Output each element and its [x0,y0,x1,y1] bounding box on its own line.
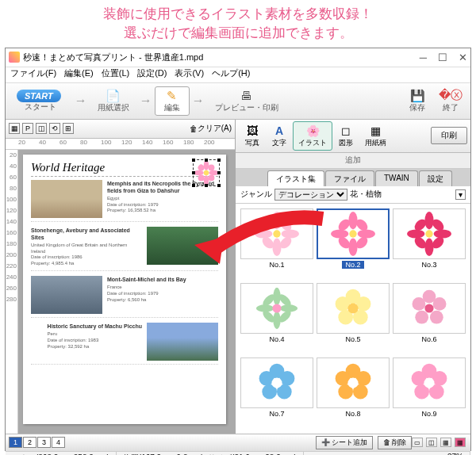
bottom-bar: 1 2 3 4 ➕シート追加 🗑削除 ▭ ◫ ▦ ▦ [6,434,470,451]
clear-button[interactable]: 🗑 クリア(A) [190,123,232,134]
app-icon [9,52,20,63]
gallery-item[interactable]: No.8 [317,358,390,429]
gallery-item[interactable]: No.1 [240,208,313,280]
menu-help[interactable]: ヘルプ(H) [212,67,250,82]
gallery-item[interactable]: No.3 [393,208,466,280]
text-tab-button[interactable]: A文字 [266,121,293,151]
photo-thumb[interactable] [31,276,102,314]
svg-point-10 [272,238,281,255]
page-tab[interactable]: 4 [52,437,65,448]
gallery-item[interactable]: No.6 [393,283,466,354]
photo-tab-button[interactable]: 🖼写真 [239,121,266,151]
menu-edit[interactable]: 編集(E) [64,67,94,82]
dropdown-icon[interactable]: ▾ [455,189,466,200]
menu-settings[interactable]: 設定(D) [137,67,167,82]
preview-print-button[interactable]: 🖶プレビュー・印刷 [207,87,286,115]
tab-twain[interactable]: TWAIN [375,170,418,186]
trash-icon: 🗑 [190,124,198,133]
promo-line2: 選ぶだけで編集画面に追加できます。 [0,24,476,43]
canvas[interactable]: World Heritage Memphis and [18,150,235,434]
svg-point-46 [356,296,371,312]
genre-bar: ジャンル デコレーション 花・植物 ▾ [236,186,470,204]
gallery-item[interactable]: No.7 [240,358,313,429]
photo-thumb[interactable] [147,227,218,265]
svg-point-64 [356,371,371,386]
tool-icon[interactable]: ▦ [9,123,20,134]
svg-point-12 [282,229,299,238]
menu-position[interactable]: 位置(L) [102,67,129,82]
vertical-ruler: 20406080100120140160180200220240260280 [6,150,18,434]
titlebar: 秒速！まとめて写真プリント - 世界遺産1.mpd ─ ☐ ✕ [6,48,470,67]
tool-icon[interactable]: P [22,123,33,134]
view-icon[interactable]: ▭ [412,438,423,447]
svg-point-9 [272,212,281,229]
tab-settings[interactable]: 設定 [419,170,452,186]
close-button[interactable]: ✕ [459,52,467,63]
doc-entry[interactable]: Mont-Saint-Michel and its BayFranceDate … [31,276,218,318]
sheet-add-button[interactable]: ➕シート追加 [316,436,373,449]
maximize-button[interactable]: ☐ [438,52,447,63]
menubar: ファイル(F) 編集(E) 位置(L) 設定(D) 表示(V) ヘルプ(H) [6,67,470,83]
print-button[interactable]: 印刷 [431,127,467,144]
view-icon[interactable]: ▦ [455,438,466,447]
pattern-tab-button[interactable]: ▦用紙柄 [359,121,392,151]
svg-point-44 [272,304,281,312]
paper-select-button[interactable]: 📄用紙選択 [90,87,137,115]
gallery-item[interactable]: No.4 [240,283,313,354]
svg-point-11 [255,229,272,238]
doc-entry[interactable]: Historic Sanctuary of Machu PicchuPeruDa… [31,323,218,365]
svg-point-35 [425,230,432,237]
plus-icon: ➕ [321,438,330,446]
svg-point-53 [430,310,443,323]
page-tab[interactable]: 1 [9,437,22,448]
tab-file[interactable]: ファイル [325,170,374,186]
genre-sub: 花・植物 [350,189,382,200]
doc-title[interactable]: World Heritage [31,161,218,177]
svg-point-61 [259,371,274,386]
selected-flower-object[interactable] [193,159,220,186]
gallery-item[interactable]: No.2 [317,208,390,280]
tool-icon[interactable]: ⊞ [63,123,74,134]
trash-icon: 🗑 [383,438,390,446]
page-tab[interactable]: 2 [23,437,36,448]
exit-button[interactable]: �ⓧ終了 [434,87,467,115]
start-button[interactable]: START スタート [9,88,72,114]
svg-point-19 [348,238,357,255]
illust-tab-button[interactable]: 🌸イラスト [293,121,332,151]
svg-point-26 [349,230,356,237]
add-bar[interactable]: 追加 [236,153,470,169]
svg-point-62 [271,377,282,388]
svg-point-50 [347,303,358,313]
save-button[interactable]: 💾保存 [401,87,434,115]
tool-icon[interactable]: ⟲ [49,123,60,134]
arrow-icon: → [137,94,155,108]
edit-button[interactable]: ✎編集 [155,86,190,116]
delete-button[interactable]: 🗑削除 [378,436,412,449]
minimize-button[interactable]: ─ [420,52,427,63]
tool-icon[interactable]: ◫ [36,123,47,134]
doc-entry[interactable]: Stonehenge, Avebury and Associated Sites… [31,227,218,271]
menu-view[interactable]: 表示(V) [175,67,204,82]
page-tabs: 1 2 3 4 [6,437,66,448]
app-window: 秒速！まとめて写真プリント - 世界遺産1.mpd ─ ☐ ✕ ファイル(F) … [5,48,471,451]
shape-tab-button[interactable]: ◻図形 [332,121,359,151]
sheet[interactable]: World Heritage Memphis and [23,155,226,424]
status-bar: マウス(898.2mm,358.3mm) 位置(167.2mm,9.8mm), … [6,451,470,455]
arrow-icon: → [190,94,207,108]
tab-illust-collection[interactable]: イラスト集 [267,170,324,186]
view-icon[interactable]: ◫ [426,438,437,447]
gallery-item[interactable]: No.5 [317,283,390,354]
menu-file[interactable]: ファイル(F) [10,67,56,82]
genre-select[interactable]: デコレーション [274,189,347,201]
view-icon[interactable]: ▦ [440,438,451,447]
gallery-item[interactable]: No.9 [393,358,466,429]
photo-thumb[interactable] [31,180,102,218]
doc-entry[interactable]: Memphis and its Necropolis the Pyramid f… [31,180,218,222]
photo-thumb[interactable] [147,323,218,361]
status-mouse: マウス(898.2mm,358.3mm) [6,452,117,455]
svg-point-52 [433,297,447,311]
page-tab[interactable]: 3 [37,437,51,448]
svg-point-20 [331,229,348,238]
view-switcher: ▭ ◫ ▦ ▦ [412,438,470,447]
arrow-icon: → [72,94,90,108]
